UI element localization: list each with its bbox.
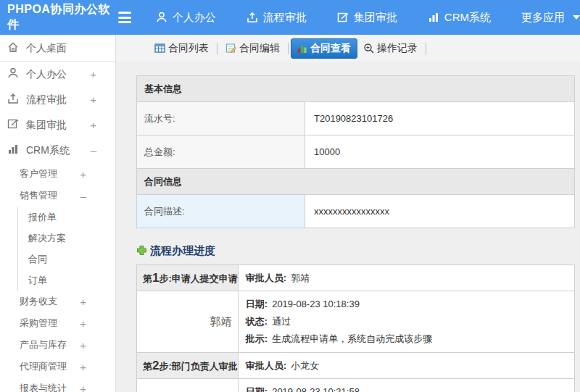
edit-icon — [337, 12, 349, 23]
table-row: 郭靖 日期:2019-08-23 10:18:39 状态:通过 批示:生成流程申… — [137, 291, 575, 353]
process-progress-title: 流程办理进度 — [136, 244, 575, 258]
edit-icon — [7, 118, 19, 132]
step-date: 2019-08-23 10:21:58 — [272, 386, 360, 392]
caret-down-icon — [573, 15, 580, 20]
hamburger-menu-icon[interactable] — [118, 12, 131, 23]
tab-separator — [426, 43, 426, 54]
top-nav: 个人办公 流程审批 集团审批 CRM系统 更多应用 — [156, 11, 580, 25]
sidebar: 个人桌面 个人办公 + 流程审批 + 集团审批 + CRM系统 – 客户管理 +… — [0, 35, 116, 392]
nav-item-personal-office[interactable]: 个人办公 — [156, 11, 216, 25]
process-steps-table: 第1步:申请人提交申请 审批人员:郭靖 郭靖 日期:2019-08-23 10:… — [136, 264, 575, 392]
nav-item-crm[interactable]: CRM系统 — [428, 11, 491, 25]
sidebar-item-product-inventory[interactable]: 产品与库存 + — [0, 334, 115, 356]
field-label-total-amount: 总金额: — [137, 135, 305, 169]
tab-separator — [217, 43, 218, 54]
sidebar-item-finance[interactable]: 财务收支 + — [0, 291, 115, 312]
sidebar-item-customer-mgmt[interactable]: 客户管理 + — [0, 163, 115, 185]
sales-submenu: 报价单 解决方案 合同 订单 — [17, 207, 115, 291]
expand-plus-icon[interactable]: + — [90, 68, 115, 80]
chart-icon — [428, 12, 439, 23]
sidebar-item-purchase[interactable]: 采购管理 + — [0, 312, 115, 334]
table-row: 总金额: 10000 — [137, 135, 575, 169]
app-logo: PHPOA协同办公软件 — [0, 2, 118, 33]
approver-name: 郭靖 — [137, 291, 239, 353]
tab-separator — [288, 43, 289, 54]
main-area: 合同列表 合同编辑 合同查看 操作记录 基本信息 流水 — [116, 35, 580, 392]
collapse-minus-icon[interactable]: – — [80, 190, 115, 202]
user-icon — [156, 12, 167, 23]
approver-name: 小龙女 — [137, 379, 239, 392]
expand-plus-icon[interactable]: + — [80, 168, 115, 180]
expand-plus-icon[interactable]: + — [80, 383, 115, 392]
sidebar-item-sales-mgmt[interactable]: 销售管理 – — [0, 185, 115, 207]
sidebar-item-agent-mgmt[interactable]: 代理商管理 + — [0, 356, 115, 378]
expand-plus-icon[interactable]: + — [80, 361, 115, 373]
field-label-serial: 流水号: — [137, 102, 305, 135]
expand-plus-icon[interactable]: + — [90, 93, 115, 106]
table-row: 小龙女 日期:2019-08-23 10:21:58 状态:通过 批示:通过 — [137, 379, 575, 392]
nav-item-group-approval[interactable]: 集团审批 — [337, 11, 397, 25]
sidebar-item-workflow-approval[interactable]: 流程审批 + — [0, 87, 115, 112]
user-icon — [7, 67, 19, 81]
step-approver: 审批人员:小龙女 — [238, 353, 574, 379]
field-value-total-amount: 10000 — [305, 135, 575, 169]
tab-contract-edit[interactable]: 合同编辑 — [220, 39, 286, 58]
expand-plus-icon[interactable]: + — [80, 317, 115, 330]
plus-icon — [136, 245, 147, 258]
sidebar-item-solution[interactable]: 解决方案 — [18, 228, 115, 249]
expand-plus-icon[interactable]: + — [80, 339, 115, 351]
step-detail: 日期:2019-08-23 10:18:39 状态:通过 批示:生成流程申请单，… — [238, 291, 574, 353]
field-label-description: 合同描述: — [137, 195, 305, 228]
table-row: 合同描述: xxxxxxxxxxxxxxxx — [137, 195, 575, 228]
contract-info-table: 基本信息 流水号: T20190823101726 总金额: 10000 合同信… — [136, 75, 575, 228]
sidebar-item-group-approval[interactable]: 集团审批 + — [0, 112, 115, 138]
sidebar-item-personal-desktop[interactable]: 个人桌面 — [0, 36, 115, 62]
view-icon — [297, 43, 307, 54]
step-status: 通过 — [272, 316, 291, 327]
sidebar-item-order[interactable]: 订单 — [18, 270, 115, 291]
chart-icon — [7, 143, 19, 157]
field-value-serial: T20190823101726 — [305, 102, 575, 135]
table-row: 流水号: T20190823101726 — [137, 102, 575, 135]
expand-plus-icon[interactable]: + — [90, 119, 115, 131]
step-detail: 日期:2019-08-23 10:21:58 状态:通过 批示:通过 — [238, 379, 574, 392]
nav-item-more-apps[interactable]: 更多应用 — [521, 11, 580, 25]
section-header-contract-info: 合同信息 — [137, 169, 575, 195]
step-label: 第2步:部门负责人审批 — [137, 353, 239, 379]
sidebar-item-crm[interactable]: CRM系统 – — [0, 138, 115, 163]
collapse-minus-icon[interactable]: – — [91, 144, 115, 157]
tab-strip: 合同列表 合同编辑 合同查看 操作记录 — [116, 35, 580, 62]
top-header: PHPOA协同办公软件 个人办公 流程审批 集团审批 CRM系统 更多应用 — [0, 0, 580, 35]
section-header-basic-info: 基本信息 — [137, 76, 575, 102]
sidebar-item-reports[interactable]: 报表与统计 + — [0, 378, 115, 392]
nav-item-workflow-approval[interactable]: 流程审批 — [246, 11, 307, 25]
workflow-icon — [7, 93, 19, 107]
step-remark: 生成流程申请单，系统自动完成该步骤 — [272, 333, 432, 344]
workflow-icon — [246, 12, 258, 23]
tab-contract-list[interactable]: 合同列表 — [149, 39, 215, 58]
sidebar-item-personal-office[interactable]: 个人办公 + — [0, 62, 115, 87]
expand-plus-icon[interactable]: + — [80, 296, 115, 308]
step-approver: 审批人员:郭靖 — [238, 265, 574, 291]
sidebar-item-quotation[interactable]: 报价单 — [18, 207, 115, 228]
sidebar-item-contract[interactable]: 合同 — [18, 249, 115, 270]
field-value-description: xxxxxxxxxxxxxxxx — [305, 195, 575, 228]
zoom-icon — [363, 43, 374, 54]
edit-doc-icon — [225, 43, 236, 54]
step-label: 第1步:申请人提交申请 — [137, 265, 239, 291]
tab-operation-log[interactable]: 操作记录 — [357, 39, 423, 58]
table-icon — [154, 43, 165, 54]
tab-contract-view[interactable]: 合同查看 — [291, 38, 357, 59]
step-date: 2019-08-23 10:18:39 — [272, 299, 360, 309]
table-row: 第2步:部门负责人审批 审批人员:小龙女 — [137, 353, 575, 379]
contract-view-panel: 基本信息 流水号: T20190823101726 总金额: 10000 合同信… — [116, 62, 580, 392]
home-icon — [7, 41, 19, 55]
table-row: 第1步:申请人提交申请 审批人员:郭靖 — [137, 265, 575, 291]
